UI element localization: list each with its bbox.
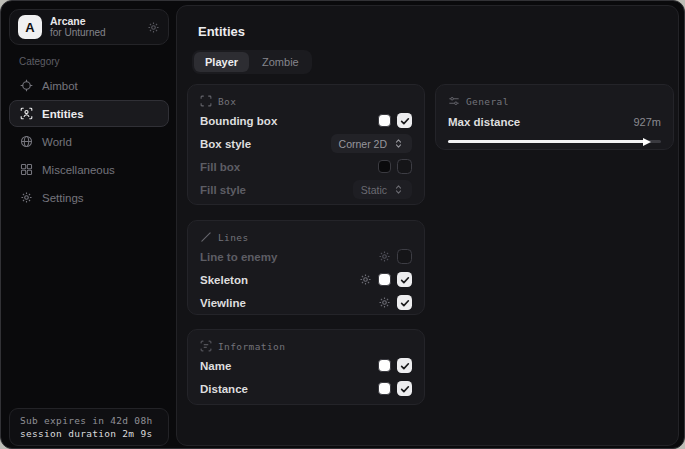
information-card: Information Name Distance xyxy=(187,329,425,405)
row-skeleton: Skeleton xyxy=(200,268,412,291)
bounding-box-checkbox[interactable] xyxy=(397,113,412,128)
person-scan-icon xyxy=(20,107,33,120)
avatar: A xyxy=(18,15,42,39)
row-label: Bounding box xyxy=(200,115,378,127)
row-max-distance: Max distance 927m xyxy=(448,111,661,133)
sidebar-item-miscellaneous[interactable]: Miscellaneous xyxy=(9,156,169,183)
tab-player[interactable]: Player xyxy=(194,52,249,72)
color-swatch[interactable] xyxy=(378,114,391,127)
row-label: Distance xyxy=(200,383,378,395)
row-label: Line to enemy xyxy=(200,251,378,263)
max-distance-slider[interactable] xyxy=(448,134,661,148)
row-box-style: Box style Corner 2D xyxy=(200,132,412,155)
skeleton-settings-gear-icon[interactable] xyxy=(359,273,372,286)
sidebar-item-label: Entities xyxy=(42,108,84,120)
color-swatch[interactable] xyxy=(378,382,391,395)
color-swatch[interactable] xyxy=(378,273,391,286)
sliders-icon xyxy=(448,95,460,107)
chevrons-up-down-icon xyxy=(393,138,404,149)
lines-card: Lines Line to enemy Skeleton xyxy=(187,220,425,315)
row-bounding-box: Bounding box xyxy=(200,109,412,132)
globe-icon xyxy=(20,135,33,148)
gear-icon xyxy=(20,191,33,204)
sidebar-item-entities[interactable]: Entities xyxy=(9,100,169,127)
check-icon xyxy=(399,383,411,395)
crosshair-icon xyxy=(20,79,33,92)
box-corners-icon xyxy=(200,95,212,107)
dropdown-value: Corner 2D xyxy=(339,138,387,150)
sidebar-item-label: Miscellaneous xyxy=(42,164,115,176)
box-card: Box Bounding box Box style Corner 2D xyxy=(187,84,425,205)
viewline-checkbox[interactable] xyxy=(397,295,412,310)
row-distance: Distance xyxy=(200,377,412,400)
fill-style-dropdown[interactable]: Static xyxy=(353,180,412,199)
grid-icon xyxy=(20,163,33,176)
viewline-settings-gear-icon[interactable] xyxy=(378,296,391,309)
row-label: Fill style xyxy=(200,184,353,196)
row-viewline: Viewline xyxy=(200,291,412,314)
tab-zombie[interactable]: Zombie xyxy=(251,52,310,72)
sidebar-item-label: Aimbot xyxy=(42,80,78,92)
check-icon xyxy=(399,360,411,372)
box-style-dropdown[interactable]: Corner 2D xyxy=(331,134,412,153)
information-card-title: Information xyxy=(218,341,285,352)
brand-card[interactable]: A Arcane for Unturned xyxy=(9,9,169,45)
subscription-info-card: Sub expires in 42d 08h session duration … xyxy=(9,408,169,446)
sidebar-nav: Aimbot Entities World Miscellaneous Sett… xyxy=(9,72,169,211)
fill-box-checkbox[interactable] xyxy=(397,159,412,174)
row-label: Skeleton xyxy=(200,274,359,286)
brand-text: Arcane for Unturned xyxy=(50,15,139,39)
row-label: Fill box xyxy=(200,161,378,173)
row-label: Box style xyxy=(200,138,331,150)
general-card: General Max distance 927m xyxy=(435,84,674,150)
general-card-header: General xyxy=(448,93,661,109)
color-swatch[interactable] xyxy=(378,160,391,173)
app-window: A Arcane for Unturned Category Aimbot En… xyxy=(0,0,685,449)
brand-name: Arcane xyxy=(50,15,139,27)
slider-thumb[interactable] xyxy=(643,138,651,146)
line-to-enemy-checkbox[interactable] xyxy=(397,249,412,264)
max-distance-value: 927m xyxy=(633,116,661,128)
chevrons-up-down-icon xyxy=(393,184,404,195)
row-name: Name xyxy=(200,354,412,377)
name-checkbox[interactable] xyxy=(397,358,412,373)
sidebar-item-world[interactable]: World xyxy=(9,128,169,155)
sidebar-item-label: Settings xyxy=(42,192,84,204)
brand-subtitle: for Unturned xyxy=(50,27,139,39)
check-icon xyxy=(399,297,411,309)
box-card-header: Box xyxy=(200,93,412,109)
general-card-title: General xyxy=(466,96,509,107)
row-fill-box: Fill box xyxy=(200,155,412,178)
row-label: Max distance xyxy=(448,116,633,128)
sidebar: A Arcane for Unturned Category Aimbot En… xyxy=(1,1,176,448)
line-icon xyxy=(200,231,212,243)
box-card-title: Box xyxy=(218,96,236,107)
check-icon xyxy=(399,115,411,127)
scan-text-icon xyxy=(200,340,212,352)
row-fill-style: Fill style Static xyxy=(200,178,412,201)
sidebar-item-aimbot[interactable]: Aimbot xyxy=(9,72,169,99)
line-to-enemy-settings-gear-icon[interactable] xyxy=(378,250,391,263)
row-line-to-enemy: Line to enemy xyxy=(200,245,412,268)
check-icon xyxy=(399,274,411,286)
distance-checkbox[interactable] xyxy=(397,381,412,396)
lines-card-header: Lines xyxy=(200,229,412,245)
settings-gear-icon[interactable] xyxy=(147,21,160,34)
sub-expiry-text: Sub expires in 42d 08h xyxy=(20,415,158,426)
lines-card-title: Lines xyxy=(218,232,249,243)
entity-tabs: Player Zombie xyxy=(192,50,312,74)
sidebar-item-label: World xyxy=(42,136,72,148)
dropdown-value: Static xyxy=(361,184,387,196)
row-label: Name xyxy=(200,360,378,372)
main-panel: Entities Player Zombie Box Bounding box xyxy=(176,5,679,446)
information-card-header: Information xyxy=(200,338,412,354)
page-title: Entities xyxy=(198,24,245,39)
skeleton-checkbox[interactable] xyxy=(397,272,412,287)
session-duration-text: session duration 2m 9s xyxy=(20,428,158,439)
category-label: Category xyxy=(19,56,60,67)
color-swatch[interactable] xyxy=(378,359,391,372)
row-label: Viewline xyxy=(200,297,378,309)
sidebar-item-settings[interactable]: Settings xyxy=(9,184,169,211)
slider-fill xyxy=(448,140,645,143)
